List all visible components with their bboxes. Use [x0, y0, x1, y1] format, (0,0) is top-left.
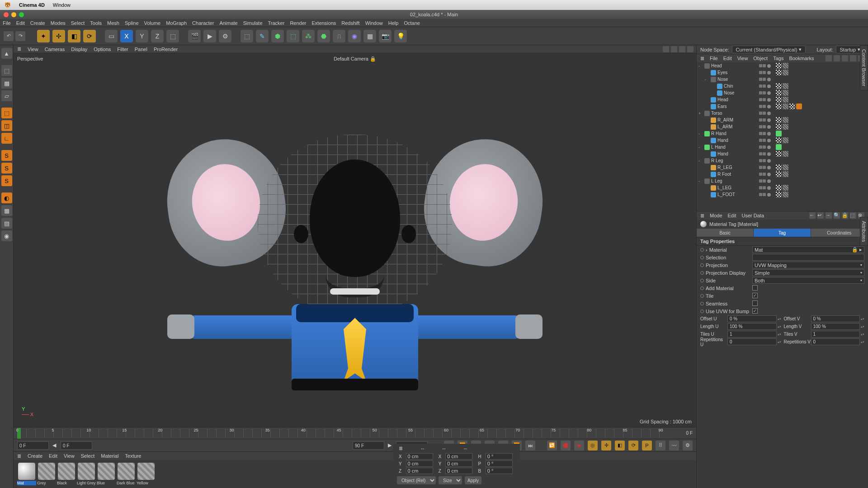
tiles-v-field[interactable]: 1	[811, 331, 860, 338]
vp-menu-view[interactable]: View	[28, 47, 38, 52]
object-name-label[interactable]: Head	[717, 97, 748, 102]
layer-dot-icon[interactable]	[767, 125, 771, 129]
vp-nav-icon[interactable]	[687, 46, 693, 52]
polygon-mode-button[interactable]: ∟	[1, 133, 12, 144]
mac-menubar[interactable]: 🐯 Cinema 4D Window	[0, 0, 868, 10]
layer-dot-icon[interactable]	[767, 173, 771, 176]
visibility-dots[interactable]	[759, 112, 766, 115]
object-tag-icon[interactable]	[776, 103, 782, 109]
om-row[interactable]: -R Leg	[697, 157, 868, 164]
object-tag-icon[interactable]	[783, 151, 788, 157]
layer-dot-icon[interactable]	[767, 179, 771, 183]
material-field[interactable]: Mat🔒 ▸	[752, 246, 864, 253]
material-swatch[interactable]: Black	[57, 463, 76, 485]
menu-file[interactable]: File	[3, 20, 11, 26]
layer-dot-icon[interactable]	[767, 118, 771, 122]
visibility-dots[interactable]	[759, 118, 766, 122]
layer-dot-icon[interactable]	[767, 91, 771, 95]
size-z-field[interactable]: 0 cm	[445, 468, 472, 474]
range-start-field[interactable]: 0 F	[17, 441, 49, 450]
menu-help[interactable]: Help	[388, 20, 399, 26]
menu-volume[interactable]: Volume	[144, 20, 161, 26]
visibility-dots[interactable]	[759, 84, 766, 88]
am-nav-icon[interactable]: ⬚	[850, 212, 856, 219]
menu-tools[interactable]: Tools	[90, 20, 102, 26]
object-tag-icon[interactable]	[776, 124, 782, 130]
material-manager-menubar[interactable]: ≣ CreateEditViewSelectMaterialTexture	[14, 452, 696, 460]
am-nav-icon[interactable]: ↩	[817, 212, 824, 219]
visibility-dots[interactable]	[759, 71, 766, 74]
rot-key-button[interactable]: ⟳	[628, 441, 638, 450]
om-toolbar-icon[interactable]	[826, 55, 832, 61]
menu-select[interactable]: Select	[71, 20, 85, 26]
visibility-dots[interactable]	[759, 166, 766, 169]
selection-field[interactable]	[752, 254, 864, 261]
x-axis-button[interactable]: X	[120, 30, 133, 42]
visibility-dots[interactable]	[759, 91, 766, 94]
apple-icon[interactable]: 🐯	[5, 2, 11, 8]
projection-select[interactable]: UVW Mapping▾	[752, 262, 864, 268]
visibility-dots[interactable]	[759, 145, 766, 149]
visibility-dots[interactable]	[759, 64, 766, 67]
add-field-button[interactable]: ◉	[348, 30, 361, 42]
menu-tracker[interactable]: Tracker	[268, 20, 285, 26]
layer-dot-icon[interactable]	[767, 64, 771, 68]
object-tag-icon[interactable]	[783, 70, 788, 75]
menu-animate[interactable]: Animate	[219, 20, 237, 26]
object-tag-icon[interactable]	[783, 97, 788, 103]
tree-toggle-icon[interactable]: -	[705, 77, 709, 82]
am-nav-icon[interactable]: 🔒	[842, 212, 848, 219]
object-tag-icon[interactable]	[776, 63, 782, 69]
menu-simulate[interactable]: Simulate	[243, 20, 263, 26]
tile-checkbox[interactable]	[752, 293, 758, 298]
visibility-dots[interactable]	[759, 78, 766, 81]
attribute-tabs[interactable]: BasicTagCoordinates	[697, 229, 868, 237]
material-swatch[interactable]: Mat	[17, 463, 36, 485]
om-menu-object[interactable]: Object	[753, 56, 768, 61]
offset-u-field[interactable]: 0 %	[727, 315, 777, 322]
object-tag-icon[interactable]	[796, 103, 802, 109]
mat-menu-material[interactable]: Material	[101, 453, 118, 459]
pos-z-field[interactable]: 0 cm	[406, 468, 433, 474]
preview-end-field[interactable]: 90 F	[353, 441, 384, 450]
layer-dot-icon[interactable]	[767, 112, 771, 115]
vp-menu-prorender[interactable]: ProRender	[154, 47, 178, 52]
object-tag-icon[interactable]	[776, 117, 782, 123]
om-row[interactable]: L_LEG	[697, 184, 868, 191]
move-tool-button[interactable]: ✢	[52, 30, 65, 42]
om-menu-edit[interactable]: Edit	[723, 56, 732, 61]
nodespace-select[interactable]: Current (Standard/Physical)▾	[732, 46, 806, 53]
koala-model[interactable]	[258, 135, 452, 315]
menu-create[interactable]: Create	[30, 20, 45, 26]
layer-dot-icon[interactable]	[767, 166, 771, 169]
om-row[interactable]: -R Hand	[697, 130, 868, 137]
main-menubar[interactable]: FileEditCreateModesSelectToolsMeshSpline…	[0, 19, 868, 27]
render-view-button[interactable]: 🎬	[188, 30, 201, 42]
object-tag-icon[interactable]	[783, 171, 788, 177]
layer-dot-icon[interactable]	[767, 84, 771, 88]
mat-menu-select[interactable]: Select	[81, 453, 95, 459]
planar-workplane-button[interactable]: ▨	[1, 218, 12, 229]
object-tag-icon[interactable]	[776, 144, 782, 150]
size-x-field[interactable]: 0 cm	[445, 453, 472, 460]
object-tag-icon[interactable]	[776, 192, 782, 197]
object-tag-icon[interactable]	[783, 103, 788, 109]
range-slider-end[interactable]: ▶	[388, 442, 392, 448]
rotate-tool-button[interactable]: ⟳	[83, 30, 96, 42]
vp-nav-icon[interactable]	[671, 46, 677, 52]
pla-key-button[interactable]: ⠿	[656, 441, 665, 450]
y-axis-button[interactable]: Y	[136, 30, 148, 42]
object-name-label[interactable]: L_ARM	[717, 124, 748, 129]
om-row[interactable]: Hand	[697, 150, 868, 157]
vp-menu-panel[interactable]: Panel	[135, 47, 147, 52]
timeline-ruler[interactable]: 051015202530354045505560657075808590 0 F	[14, 427, 696, 439]
object-name-label[interactable]: Torso	[711, 111, 742, 116]
coord-size-select[interactable]: Size	[439, 476, 462, 484]
offset-v-field[interactable]: 0 %	[811, 315, 860, 322]
attributes-tab[interactable]: Attributes	[860, 217, 868, 246]
pos-y-field[interactable]: 0 cm	[406, 460, 433, 467]
om-menu-tags[interactable]: Tags	[773, 56, 783, 61]
mode-toolbar[interactable]: ▲ ⬚ ▩ ▱ ⬚ ◫ ∟ S S S ◐ ▦ ▨ ◉	[0, 45, 14, 488]
object-tag-icon[interactable]	[783, 164, 788, 170]
tiles-u-field[interactable]: 1	[727, 331, 777, 338]
